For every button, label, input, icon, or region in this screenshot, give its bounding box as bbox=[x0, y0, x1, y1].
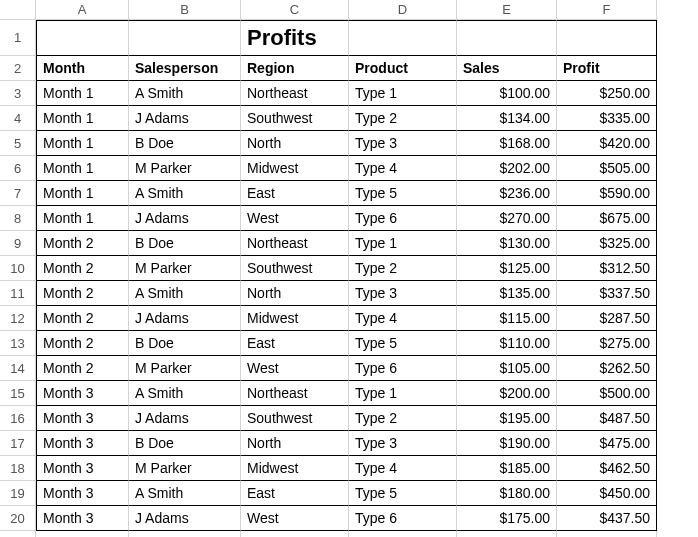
cell-sales[interactable]: $202.00 bbox=[457, 156, 557, 181]
cell-salesperson[interactable]: J Adams bbox=[129, 206, 241, 231]
row-header-5[interactable]: 5 bbox=[0, 131, 36, 156]
row-header-3[interactable]: 3 bbox=[0, 81, 36, 106]
cell-month[interactable]: Month 2 bbox=[36, 281, 129, 306]
cell-region[interactable]: Midwest bbox=[241, 456, 349, 481]
cell-A21[interactable] bbox=[36, 531, 129, 537]
row-header-19[interactable]: 19 bbox=[0, 481, 36, 506]
cell-profit[interactable]: $437.50 bbox=[557, 506, 657, 531]
cell-product[interactable]: Type 2 bbox=[349, 256, 457, 281]
cell-profit[interactable]: $312.50 bbox=[557, 256, 657, 281]
cell-profit[interactable]: $450.00 bbox=[557, 481, 657, 506]
cell-salesperson[interactable]: M Parker bbox=[129, 156, 241, 181]
cell-region[interactable]: North bbox=[241, 431, 349, 456]
row-header-16[interactable]: 16 bbox=[0, 406, 36, 431]
cell-product[interactable]: Type 2 bbox=[349, 406, 457, 431]
cell-month[interactable]: Month 3 bbox=[36, 456, 129, 481]
row-header-9[interactable]: 9 bbox=[0, 231, 36, 256]
cell-product[interactable]: Type 3 bbox=[349, 131, 457, 156]
cell-sales[interactable]: $270.00 bbox=[457, 206, 557, 231]
cell-month[interactable]: Month 2 bbox=[36, 356, 129, 381]
cell-D21[interactable] bbox=[349, 531, 457, 537]
cell-region[interactable]: Midwest bbox=[241, 306, 349, 331]
cell-salesperson[interactable]: A Smith bbox=[129, 281, 241, 306]
cell-salesperson[interactable]: A Smith bbox=[129, 81, 241, 106]
cell-C21[interactable] bbox=[241, 531, 349, 537]
cell-month[interactable]: Month 3 bbox=[36, 381, 129, 406]
cell-sales[interactable]: $135.00 bbox=[457, 281, 557, 306]
cell-product[interactable]: Type 3 bbox=[349, 281, 457, 306]
cell-region[interactable]: Northeast bbox=[241, 381, 349, 406]
cell-salesperson[interactable]: M Parker bbox=[129, 456, 241, 481]
cell-region[interactable]: Southwest bbox=[241, 406, 349, 431]
cell-salesperson[interactable]: A Smith bbox=[129, 481, 241, 506]
cell-product[interactable]: Type 5 bbox=[349, 481, 457, 506]
cell-product[interactable]: Type 6 bbox=[349, 206, 457, 231]
cell-salesperson[interactable]: A Smith bbox=[129, 181, 241, 206]
cell-salesperson[interactable]: J Adams bbox=[129, 406, 241, 431]
header-sales[interactable]: Sales bbox=[457, 56, 557, 81]
cell-month[interactable]: Month 1 bbox=[36, 131, 129, 156]
header-salesperson[interactable]: Salesperson bbox=[129, 56, 241, 81]
cell-sales[interactable]: $200.00 bbox=[457, 381, 557, 406]
cell-product[interactable]: Type 5 bbox=[349, 331, 457, 356]
cell-sales[interactable]: $115.00 bbox=[457, 306, 557, 331]
cell-month[interactable]: Month 3 bbox=[36, 431, 129, 456]
cell-region[interactable]: West bbox=[241, 206, 349, 231]
cell-region[interactable]: Midwest bbox=[241, 156, 349, 181]
cell-product[interactable]: Type 1 bbox=[349, 231, 457, 256]
cell-salesperson[interactable]: J Adams bbox=[129, 506, 241, 531]
cell-salesperson[interactable]: B Doe bbox=[129, 431, 241, 456]
cell-profit[interactable]: $325.00 bbox=[557, 231, 657, 256]
row-header-21[interactable]: 21 bbox=[0, 531, 36, 537]
cell-region[interactable]: North bbox=[241, 281, 349, 306]
cell-region[interactable]: East bbox=[241, 481, 349, 506]
cell-B21[interactable] bbox=[129, 531, 241, 537]
cell-sales[interactable]: $168.00 bbox=[457, 131, 557, 156]
cell-profit[interactable]: $475.00 bbox=[557, 431, 657, 456]
cell-product[interactable]: Type 6 bbox=[349, 506, 457, 531]
cell-E21[interactable] bbox=[457, 531, 557, 537]
cell-month[interactable]: Month 2 bbox=[36, 331, 129, 356]
cell-salesperson[interactable]: J Adams bbox=[129, 306, 241, 331]
cell-product[interactable]: Type 5 bbox=[349, 181, 457, 206]
cell-sales[interactable]: $130.00 bbox=[457, 231, 557, 256]
row-header-10[interactable]: 10 bbox=[0, 256, 36, 281]
cell-profit[interactable]: $250.00 bbox=[557, 81, 657, 106]
cell-profit[interactable]: $420.00 bbox=[557, 131, 657, 156]
cell-salesperson[interactable]: B Doe bbox=[129, 131, 241, 156]
cell-profit[interactable]: $505.00 bbox=[557, 156, 657, 181]
cell-month[interactable]: Month 3 bbox=[36, 406, 129, 431]
row-header-20[interactable]: 20 bbox=[0, 506, 36, 531]
cell-E1[interactable] bbox=[457, 20, 557, 56]
cell-product[interactable]: Type 4 bbox=[349, 306, 457, 331]
cell-salesperson[interactable]: A Smith bbox=[129, 381, 241, 406]
cell-F1[interactable] bbox=[557, 20, 657, 56]
cell-sales[interactable]: $195.00 bbox=[457, 406, 557, 431]
cell-product[interactable]: Type 4 bbox=[349, 456, 457, 481]
title-cell[interactable]: Profits bbox=[241, 20, 349, 56]
cell-region[interactable]: West bbox=[241, 506, 349, 531]
header-region[interactable]: Region bbox=[241, 56, 349, 81]
row-header-13[interactable]: 13 bbox=[0, 331, 36, 356]
cell-F21[interactable] bbox=[557, 531, 657, 537]
col-header-D[interactable]: D bbox=[349, 0, 457, 20]
select-all-corner[interactable] bbox=[0, 0, 36, 20]
cell-sales[interactable]: $134.00 bbox=[457, 106, 557, 131]
cell-region[interactable]: Southwest bbox=[241, 256, 349, 281]
cell-D1[interactable] bbox=[349, 20, 457, 56]
cell-region[interactable]: Northeast bbox=[241, 81, 349, 106]
row-header-17[interactable]: 17 bbox=[0, 431, 36, 456]
cell-product[interactable]: Type 4 bbox=[349, 156, 457, 181]
col-header-A[interactable]: A bbox=[36, 0, 129, 20]
cell-sales[interactable]: $175.00 bbox=[457, 506, 557, 531]
cell-product[interactable]: Type 2 bbox=[349, 106, 457, 131]
cell-month[interactable]: Month 1 bbox=[36, 81, 129, 106]
row-header-7[interactable]: 7 bbox=[0, 181, 36, 206]
cell-month[interactable]: Month 3 bbox=[36, 481, 129, 506]
cell-sales[interactable]: $125.00 bbox=[457, 256, 557, 281]
header-profit[interactable]: Profit bbox=[557, 56, 657, 81]
cell-region[interactable]: West bbox=[241, 356, 349, 381]
cell-sales[interactable]: $100.00 bbox=[457, 81, 557, 106]
row-header-8[interactable]: 8 bbox=[0, 206, 36, 231]
cell-region[interactable]: North bbox=[241, 131, 349, 156]
